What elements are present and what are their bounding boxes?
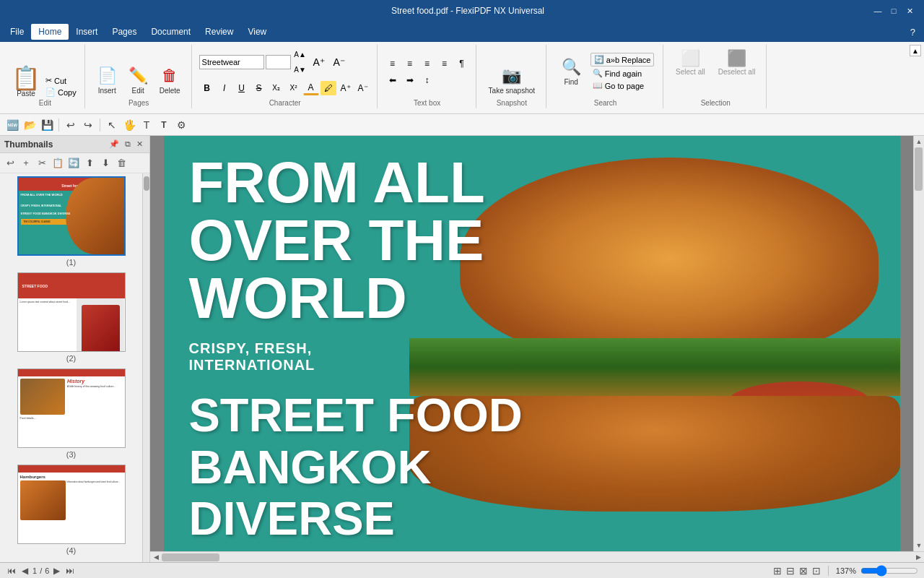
font-grow-large-button[interactable]: A⁺ — [310, 55, 328, 69]
superscript-button[interactable]: X² — [286, 81, 302, 95]
edit-pages-button[interactable]: ✏️ Edit — [123, 64, 153, 98]
menu-file[interactable]: File — [3, 24, 31, 40]
subscript-button[interactable]: X₂ — [269, 81, 284, 95]
font-shrink-large-button[interactable]: A⁻ — [330, 55, 349, 69]
line-spacing-button[interactable]: ↕ — [419, 73, 435, 87]
take-snapshot-button[interactable]: 📷 Take snapshot — [484, 64, 541, 98]
thumbnail-page-4[interactable]: Hamburgers Information about hamburgers … — [3, 465, 139, 555]
view-normal-button[interactable]: ⊞ — [773, 565, 782, 577]
thumbs-tb-btn8[interactable]: 🗑 — [114, 156, 128, 171]
menu-review[interactable]: Review — [198, 24, 240, 40]
copy-button[interactable]: 📄 Copy — [43, 87, 79, 98]
select-all-icon: ⬜ — [681, 49, 700, 68]
character-controls: A▲ A▼ A⁺ A⁻ B I U S X₂ X² A 🖊 A⁺ A⁻ — [199, 46, 371, 98]
scroll-down-button[interactable]: ▼ — [914, 540, 924, 551]
tb2-new-button[interactable]: 🆕 — [4, 117, 20, 133]
find-again-button[interactable]: 🔍 Find again — [590, 68, 655, 79]
minimize-button[interactable]: — — [871, 4, 885, 18]
deselect-all-button[interactable]: ⬛ Deselect all — [713, 46, 761, 79]
bottom-scrollbar[interactable]: ◀ ▶ — [150, 551, 924, 562]
scroll-left-button[interactable]: ◀ — [150, 552, 162, 563]
strikethrough-button[interactable]: S — [251, 81, 267, 95]
thumbs-tb-btn2[interactable]: + — [19, 156, 33, 171]
close-button[interactable]: ✕ — [902, 4, 917, 18]
nav-next-button[interactable]: ▶ — [52, 566, 61, 576]
underline-button[interactable]: U — [234, 81, 250, 95]
tb2-cursor-button[interactable]: ↖ — [104, 117, 120, 133]
view-single-button[interactable]: ⊟ — [786, 565, 795, 577]
thumbs-tb-btn6[interactable]: ⬆ — [82, 156, 97, 171]
tb2-redo-button[interactable]: ↪ — [80, 117, 96, 133]
thumbnail-page-3[interactable]: Food details... History A little history… — [3, 368, 139, 459]
font-size-input[interactable] — [266, 55, 291, 69]
scroll-up-button[interactable]: ▲ — [914, 136, 924, 147]
justify-button[interactable]: ≡ — [437, 56, 453, 71]
thumbs-tb-btn3[interactable]: ✂ — [35, 156, 49, 171]
thumbs-tb-btn5[interactable]: 🔄 — [66, 156, 81, 171]
nav-last-button[interactable]: ⏭ — [64, 566, 76, 576]
bold-button[interactable]: B — [199, 81, 215, 95]
document-area[interactable]: FROM ALL OVER THE WORLD CRISPY, FRESH, I… — [150, 136, 913, 551]
thumbnail-page-2[interactable]: STREET FOOD Lorem ipsum text content abo… — [3, 272, 139, 363]
tb2-text-button[interactable]: T — [139, 117, 154, 133]
thumbs-tb-btn1[interactable]: ↩ — [3, 156, 17, 171]
menu-view[interactable]: View — [240, 24, 274, 40]
thumbs-close-button[interactable]: ✕ — [134, 139, 145, 150]
highlight-button[interactable]: 🖊 — [321, 81, 336, 95]
indent-more-button[interactable]: ➡ — [402, 73, 418, 87]
indent-less-button[interactable]: ⬅ — [385, 73, 401, 87]
thumbs-tb-btn7[interactable]: ⬇ — [98, 156, 113, 171]
thumbnails-scroll-area[interactable]: Street food FROM ALL OVER THE WORLD CRIS… — [0, 173, 142, 562]
ribbon-collapse-button[interactable]: ▲ — [910, 45, 921, 56]
align-row2: ⬅ ➡ ↕ — [385, 73, 470, 87]
font-size-up2-button[interactable]: A⁺ — [338, 81, 354, 95]
font-color-button[interactable]: A — [303, 81, 319, 95]
font-grow-button[interactable]: A▲ — [292, 48, 308, 62]
thumbs-pin-button[interactable]: 📌 — [107, 139, 121, 150]
align-right-button[interactable]: ≡ — [419, 56, 435, 71]
delete-label: Delete — [160, 87, 180, 95]
tb2-save-button[interactable]: 💾 — [39, 117, 55, 133]
thumbnails-scrollbar[interactable] — [142, 173, 149, 562]
thumbs-tb-btn4[interactable]: 📋 — [51, 156, 65, 171]
view-double-button[interactable]: ⊠ — [799, 565, 808, 577]
go-to-page-button[interactable]: 📖 Go to page — [590, 80, 655, 91]
tb2-hand-button[interactable]: 🖐 — [121, 117, 137, 133]
view-continuous-button[interactable]: ⊡ — [812, 565, 821, 577]
align-left-button[interactable]: ≡ — [385, 56, 401, 71]
italic-button[interactable]: I — [217, 81, 232, 95]
format-row: B I U S X₂ X² A 🖊 A⁺ A⁻ — [199, 81, 371, 95]
nav-prev-button[interactable]: ◀ — [20, 566, 30, 576]
cut-button[interactable]: ✂ Cut — [43, 75, 79, 86]
zoom-slider[interactable] — [860, 566, 918, 575]
maximize-button[interactable]: □ — [886, 4, 901, 18]
menu-home[interactable]: Home — [31, 24, 69, 40]
font-size-down2-button[interactable]: A⁻ — [355, 81, 371, 95]
scroll-right-button[interactable]: ▶ — [912, 552, 924, 563]
menu-document[interactable]: Document — [144, 24, 198, 40]
tb2-undo-button[interactable]: ↩ — [63, 117, 79, 133]
zoom-level: 137% — [836, 566, 856, 575]
paste-button[interactable]: 📋 Paste — [12, 66, 40, 98]
select-all-button[interactable]: ⬜ Select all — [671, 46, 710, 79]
paragraph-mark-button[interactable]: ¶ — [454, 56, 470, 71]
help-button[interactable]: ? — [905, 27, 921, 38]
font-name-input[interactable] — [199, 55, 264, 69]
ribbon-group-selection: ⬜ Select all ⬛ Deselect all Selection — [665, 45, 767, 108]
thumbnail-page-1[interactable]: Street food FROM ALL OVER THE WORLD CRIS… — [3, 176, 139, 267]
font-shrink-button[interactable]: A▼ — [292, 63, 308, 77]
delete-button[interactable]: 🗑 Delete — [154, 64, 186, 98]
tb2-extra-button[interactable]: ⚙ — [173, 117, 189, 133]
insert-button[interactable]: 📄 Insert — [92, 64, 122, 98]
menu-insert[interactable]: Insert — [69, 24, 105, 40]
pdf-subtitle2: INTERNATIONAL — [189, 357, 544, 374]
tb2-text2-button[interactable]: T — [156, 117, 172, 133]
replace-button[interactable]: 🔄 a»b Replace — [590, 53, 655, 66]
tb2-open-button[interactable]: 📂 — [22, 117, 38, 133]
right-scrollbar[interactable]: ▲ ▼ — [913, 136, 924, 551]
menu-pages[interactable]: Pages — [105, 24, 144, 40]
nav-first-button[interactable]: ⏮ — [6, 566, 17, 576]
thumbs-float-button[interactable]: ⧉ — [123, 139, 133, 150]
find-button[interactable]: 🔍 Find — [557, 55, 586, 89]
align-center-button[interactable]: ≡ — [402, 56, 418, 71]
